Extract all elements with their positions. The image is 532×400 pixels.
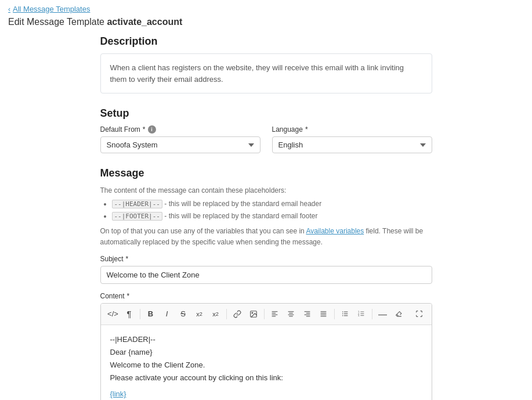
svg-rect-2 [272, 312, 278, 312]
description-box: When a client has registers on the websi… [100, 53, 432, 93]
svg-rect-17 [321, 316, 327, 317]
message-title: Message [100, 167, 432, 179]
svg-rect-23 [344, 316, 348, 316]
editor-line-header: --|HEADER|-- [110, 333, 422, 346]
svg-rect-25 [360, 312, 364, 312]
toolbar-superscript-btn[interactable]: x2 [192, 307, 207, 322]
toolbar-align-center-btn[interactable] [284, 307, 299, 322]
toolbar-subscript-btn[interactable]: x2 [208, 307, 223, 322]
toolbar-sep-2 [226, 309, 227, 319]
toolbar-sep-3 [264, 309, 265, 319]
toolbar-align-justify-btn[interactable] [316, 307, 331, 322]
toolbar-sep-5 [372, 309, 372, 319]
toolbar-italic-btn[interactable]: I [160, 307, 175, 322]
toolbar-list-ol-btn[interactable]: 1.2.3. [354, 307, 369, 322]
language-select[interactable]: English French Spanish German [272, 136, 432, 153]
editor-toolbar: </> ¶ B I S x2 x2 [101, 304, 432, 325]
toolbar-link-btn[interactable] [230, 307, 245, 322]
svg-rect-13 [306, 316, 310, 317]
placeholder-footer-info: --|FOOTER|-- - this will be replaced by … [112, 211, 432, 222]
back-link[interactable]: ‹ All Message Templates [0, 0, 98, 16]
toolbar-align-right-btn[interactable] [300, 307, 315, 322]
toolbar-erase-btn[interactable] [392, 307, 407, 322]
page-title-bold: activate_account [107, 17, 182, 27]
placeholder-header-info: --|HEADER|-- - this will be replaced by … [112, 199, 432, 210]
description-section: Description When a client has registers … [100, 35, 432, 93]
message-info-line1: The content of the message can contain t… [100, 186, 287, 194]
setup-title: Setup [100, 107, 432, 120]
page-title-prefix: Edit Message Template [8, 17, 107, 27]
description-title: Description [100, 35, 432, 48]
svg-rect-6 [288, 312, 294, 312]
svg-point-20 [342, 313, 343, 315]
subject-group: Subject * [100, 255, 432, 284]
svg-rect-10 [305, 312, 310, 312]
page-header: Edit Message Template activate_account [0, 16, 532, 35]
content-label: Content * [100, 292, 432, 300]
toolbar-paragraph-btn[interactable]: ¶ [122, 307, 137, 322]
setup-form-row: Default From * i Snoofa System Admin Sup… [100, 125, 432, 153]
svg-rect-16 [321, 315, 327, 315]
toolbar-bold-btn[interactable]: B [143, 307, 158, 322]
toolbar-sep-4 [334, 309, 335, 319]
default-from-group: Default From * i Snoofa System Admin Sup… [100, 125, 260, 153]
svg-point-22 [342, 315, 343, 316]
svg-rect-15 [321, 313, 327, 313]
language-required: * [305, 125, 308, 134]
toolbar-fullscreen-btn[interactable] [412, 307, 427, 322]
editor-body[interactable]: --|HEADER|-- Dear {name} Welcome to the … [101, 325, 432, 400]
subject-input[interactable] [100, 266, 432, 284]
svg-rect-11 [306, 313, 310, 313]
svg-rect-3 [272, 313, 276, 313]
toolbar-list-ul-btn[interactable] [338, 307, 353, 322]
back-link-label: All Message Templates [13, 5, 90, 13]
svg-rect-14 [321, 312, 327, 312]
info-icon[interactable]: i [148, 125, 156, 134]
default-from-select[interactable]: Snoofa System Admin Support [100, 136, 260, 153]
toolbar-code-btn[interactable]: </> [106, 307, 121, 322]
svg-point-1 [252, 312, 253, 313]
message-info: The content of the message can contain t… [100, 185, 432, 248]
message-section: Message The content of the message can c… [100, 167, 432, 400]
svg-rect-12 [305, 315, 310, 315]
description-text: When a client has registers on the websi… [110, 63, 404, 84]
toolbar-sep-1 [140, 309, 140, 319]
toolbar-align-left-btn[interactable] [267, 307, 283, 322]
svg-text:3.: 3. [358, 315, 360, 317]
content-editor: </> ¶ B I S x2 x2 [100, 303, 432, 400]
subject-label: Subject * [100, 255, 432, 263]
message-info-line2: On top of that you can use any of the va… [100, 226, 432, 248]
default-from-required: * [143, 125, 146, 134]
toolbar-hr-btn[interactable]: — [375, 307, 390, 322]
language-label: Language * [272, 125, 432, 134]
language-group: Language * English French Spanish German [272, 125, 432, 153]
toolbar-image-btn[interactable] [246, 307, 261, 322]
svg-rect-19 [344, 312, 348, 312]
editor-line-welcome: Welcome to the Client Zone. [110, 359, 422, 372]
back-arrow-icon: ‹ [8, 5, 10, 13]
svg-rect-4 [272, 315, 278, 315]
svg-rect-21 [344, 313, 348, 314]
svg-rect-8 [288, 315, 294, 315]
content-required: * [127, 292, 130, 300]
svg-rect-29 [360, 316, 364, 316]
subject-required: * [126, 255, 129, 263]
svg-rect-9 [289, 316, 293, 317]
svg-point-18 [342, 312, 343, 313]
svg-rect-27 [360, 313, 364, 314]
toolbar-strikethrough-btn[interactable]: S [176, 307, 191, 322]
svg-rect-5 [272, 316, 276, 317]
svg-rect-7 [289, 313, 293, 313]
default-from-label: Default From * i [100, 125, 260, 134]
setup-section: Setup Default From * i Snoofa System Adm… [100, 107, 432, 153]
content-group: Content * </> ¶ B I S x2 x2 [100, 292, 432, 400]
editor-link[interactable]: {link} [110, 390, 126, 398]
available-variables-link[interactable]: Available variables [306, 227, 364, 235]
editor-line-dear: Dear {name} [110, 346, 422, 359]
editor-line-activate: Please activate your account by clicking… [110, 372, 422, 384]
